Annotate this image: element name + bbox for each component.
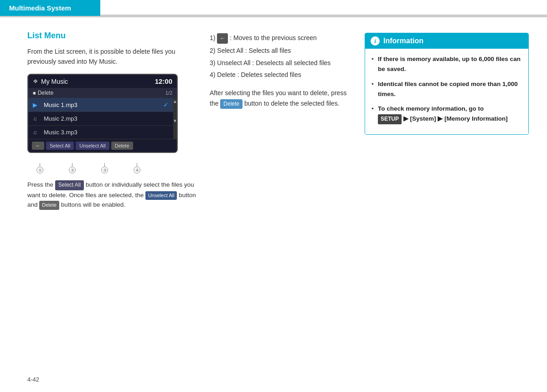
unselect-all-inline-button[interactable]: Unselect All xyxy=(145,191,177,200)
device-footer: ← Select All Unselect All Delete xyxy=(28,139,177,152)
device-delete-label: Delete xyxy=(38,90,54,96)
step-4: 4) Delete : Deletes selected files xyxy=(210,70,351,80)
device-list-content: ▶ Music 1.mp3 ✓ ♫ Music 2.mp3 ♫ Music 3.… xyxy=(28,98,173,139)
item-name: Music 3.mp3 xyxy=(44,129,169,136)
step-2: 2) Select All : Selects all files xyxy=(210,46,351,56)
scroll-down-icon[interactable]: ▼ xyxy=(173,118,177,123)
after-text-2: button to delete the selected files. xyxy=(244,100,340,107)
left-column: List Menu From the List screen, it is po… xyxy=(27,31,210,210)
check-icon: ✓ xyxy=(163,101,169,108)
usb-icon: ❖ xyxy=(33,78,38,85)
select-all-inline-button[interactable]: Select All xyxy=(55,180,84,190)
info-bullet-2: Identical files cannot be copied more th… xyxy=(372,79,522,100)
scroll-up-icon[interactable]: ▲ xyxy=(173,99,177,104)
item-name: Music 1.mp3 xyxy=(44,102,160,108)
device-back-button[interactable]: ← xyxy=(32,142,44,150)
header-title-bar: Multimedia System xyxy=(0,0,100,16)
device-toolbar: ■ Delete 1/2 xyxy=(28,88,177,98)
step-1-num: 1) xyxy=(210,34,217,41)
steps-list: 1) ← : Moves to the previous screen 2) S… xyxy=(210,33,351,80)
step-2-text: 2) Select All : Selects all files xyxy=(210,47,291,54)
page-header: Multimedia System xyxy=(0,0,547,17)
section-title: List Menu xyxy=(27,31,196,41)
description-text: Press the Select All button or individua… xyxy=(27,180,196,209)
info-icon: i xyxy=(371,36,380,46)
step-3: 3) Unselect All : Deselects all selected… xyxy=(210,58,351,68)
desc-text-4: buttons will be enabled. xyxy=(61,201,125,208)
list-item[interactable]: ▶ Music 1.mp3 ✓ xyxy=(28,98,173,112)
step-1: 1) ← : Moves to the previous screen xyxy=(210,33,351,44)
device-scrollbar[interactable]: ▲ ▼ xyxy=(173,98,177,139)
device-toolbar-left: ■ Delete xyxy=(33,90,53,96)
header-line xyxy=(100,0,547,16)
callout-2: ② xyxy=(69,163,76,173)
info-box: i Information If there is memory availab… xyxy=(365,33,529,135)
delete-inline-button[interactable]: Delete xyxy=(39,201,59,210)
device-select-all-button[interactable]: Select All xyxy=(46,142,74,150)
setup-button[interactable]: SETUP xyxy=(378,114,402,124)
middle-column: 1) ← : Moves to the previous screen 2) S… xyxy=(210,31,365,210)
page-number: 4-42 xyxy=(27,376,39,383)
item-name: Music 2.mp3 xyxy=(44,115,169,122)
right-column: i Information If there is memory availab… xyxy=(365,31,529,210)
callout-3: ③ xyxy=(101,163,108,173)
device-title: My Music xyxy=(41,78,68,85)
page-footer: 4-42 xyxy=(27,376,39,383)
device-time: 12:00 xyxy=(155,77,172,85)
after-text: After selecting the files you want to de… xyxy=(210,88,351,109)
header-title: Multimedia System xyxy=(9,4,71,12)
callout-row: ① ② ③ ④ xyxy=(27,162,196,173)
step-1-text: : Moves to the previous screen xyxy=(230,34,317,41)
info-bullet-3: To check memory information, go to SETUP… xyxy=(372,104,522,124)
main-content: List Menu From the List screen, it is po… xyxy=(0,17,547,219)
list-item[interactable]: ♫ Music 3.mp3 xyxy=(28,126,173,139)
info-header: i Information xyxy=(365,33,528,49)
info-body: If there is memory available, up to 6,00… xyxy=(365,49,528,134)
music-icon: ♫ xyxy=(33,129,40,136)
step-4-text: 4) Delete : Deletes selected files xyxy=(210,71,301,78)
device-unselect-all-button[interactable]: Unselect All xyxy=(76,142,109,150)
info-title: Information xyxy=(383,37,423,45)
device-delete-button[interactable]: Delete xyxy=(111,142,133,150)
desc-text-1: Press the xyxy=(27,181,53,188)
play-icon: ▶ xyxy=(33,102,40,108)
callout-4: ④ xyxy=(134,163,140,173)
device-list-area: ▶ Music 1.mp3 ✓ ♫ Music 2.mp3 ♫ Music 3.… xyxy=(28,98,177,139)
back-button-icon: ← xyxy=(217,33,228,44)
list-item[interactable]: ♫ Music 2.mp3 xyxy=(28,112,173,126)
device-header-left: ❖ My Music xyxy=(33,78,68,85)
info-bullet-1: If there is memory available, up to 6,00… xyxy=(372,54,522,75)
delete-button-inline[interactable]: Delete xyxy=(220,99,243,109)
step-3-text: 3) Unselect All : Deselects all selected… xyxy=(210,59,330,66)
callout-1: ① xyxy=(36,163,43,173)
device-page-num: 1/2 xyxy=(165,90,172,96)
device-mockup: ❖ My Music 12:00 ■ Delete 1/2 ▶ xyxy=(27,74,178,153)
intro-text: From the List screen, it is possible to … xyxy=(27,47,196,66)
music-icon: ♫ xyxy=(33,116,40,122)
device-header: ❖ My Music 12:00 xyxy=(28,75,177,88)
